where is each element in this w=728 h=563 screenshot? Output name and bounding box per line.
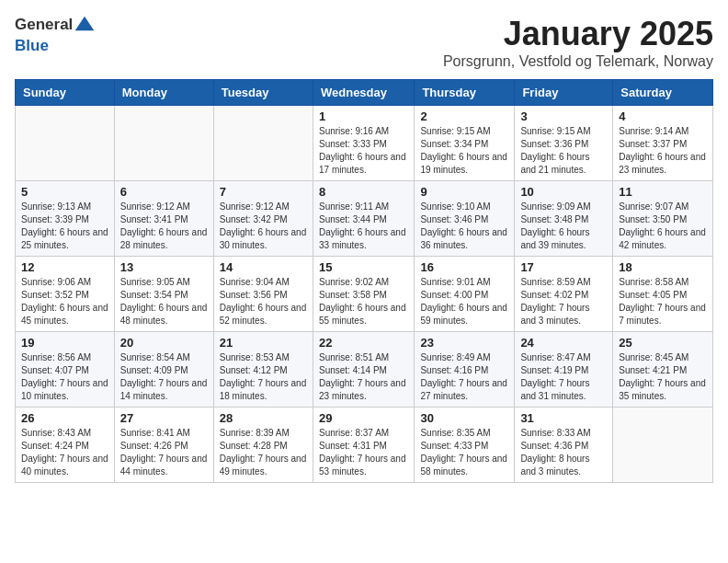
calendar-week-row: 26Sunrise: 8:43 AMSunset: 4:24 PMDayligh… [16, 408, 713, 483]
day-info: Sunrise: 8:45 AMSunset: 4:21 PMDaylight:… [619, 351, 707, 403]
calendar-cell: 17Sunrise: 8:59 AMSunset: 4:02 PMDayligh… [515, 257, 613, 332]
calendar-cell: 10Sunrise: 9:09 AMSunset: 3:48 PMDayligh… [515, 181, 613, 257]
calendar-cell: 1Sunrise: 9:16 AMSunset: 3:33 PMDaylight… [313, 106, 414, 181]
day-number: 31 [520, 411, 607, 425]
calendar-cell: 28Sunrise: 8:39 AMSunset: 4:28 PMDayligh… [213, 408, 313, 483]
svg-marker-0 [75, 17, 95, 30]
day-number: 23 [420, 336, 508, 350]
calendar-cell: 18Sunrise: 8:58 AMSunset: 4:05 PMDayligh… [613, 257, 713, 332]
logo-text: General Blue [15, 15, 97, 55]
day-info: Sunrise: 8:39 AMSunset: 4:28 PMDaylight:… [220, 427, 307, 478]
calendar-cell: 5Sunrise: 9:13 AMSunset: 3:39 PMDaylight… [16, 181, 115, 257]
calendar-cell: 30Sunrise: 8:35 AMSunset: 4:33 PMDayligh… [415, 408, 515, 483]
calendar-cell: 23Sunrise: 8:49 AMSunset: 4:16 PMDayligh… [415, 332, 515, 408]
calendar-cell: 13Sunrise: 9:05 AMSunset: 3:54 PMDayligh… [114, 257, 213, 332]
column-header-monday: Monday [114, 80, 213, 106]
day-number: 7 [220, 185, 307, 199]
day-info: Sunrise: 8:41 AMSunset: 4:26 PMDaylight:… [120, 427, 208, 478]
day-info: Sunrise: 8:59 AMSunset: 4:02 PMDaylight:… [520, 276, 607, 327]
day-info: Sunrise: 9:15 AMSunset: 3:36 PMDaylight:… [520, 125, 607, 177]
calendar-week-row: 1Sunrise: 9:16 AMSunset: 3:33 PMDaylight… [16, 106, 713, 181]
day-info: Sunrise: 9:04 AMSunset: 3:56 PMDaylight:… [220, 276, 307, 327]
day-number: 26 [21, 411, 108, 425]
day-info: Sunrise: 9:15 AMSunset: 3:34 PMDaylight:… [420, 125, 508, 177]
calendar-cell: 26Sunrise: 8:43 AMSunset: 4:24 PMDayligh… [16, 408, 115, 483]
day-number: 11 [619, 185, 707, 199]
day-number: 12 [21, 260, 108, 274]
day-number: 19 [21, 336, 108, 350]
calendar-week-row: 12Sunrise: 9:06 AMSunset: 3:52 PMDayligh… [16, 257, 713, 332]
calendar-cell [613, 408, 713, 483]
day-number: 24 [520, 336, 607, 350]
calendar-cell [213, 106, 313, 181]
column-header-sunday: Sunday [16, 80, 115, 106]
calendar-cell: 19Sunrise: 8:56 AMSunset: 4:07 PMDayligh… [16, 332, 115, 408]
logo-blue-text: Blue [15, 37, 49, 54]
day-info: Sunrise: 8:49 AMSunset: 4:16 PMDaylight:… [420, 351, 508, 403]
calendar-cell: 8Sunrise: 9:11 AMSunset: 3:44 PMDaylight… [313, 181, 414, 257]
column-header-friday: Friday [515, 80, 613, 106]
day-number: 28 [220, 411, 307, 425]
day-info: Sunrise: 9:11 AMSunset: 3:44 PMDaylight:… [319, 201, 408, 252]
calendar-cell: 11Sunrise: 9:07 AMSunset: 3:50 PMDayligh… [613, 181, 713, 257]
day-info: Sunrise: 8:58 AMSunset: 4:05 PMDaylight:… [619, 276, 707, 327]
day-number: 3 [520, 109, 607, 123]
day-number: 5 [21, 185, 108, 199]
day-number: 10 [520, 185, 607, 199]
day-number: 15 [319, 260, 408, 274]
calendar-cell: 27Sunrise: 8:41 AMSunset: 4:26 PMDayligh… [114, 408, 213, 483]
day-info: Sunrise: 8:51 AMSunset: 4:14 PMDaylight:… [319, 351, 408, 403]
day-number: 22 [319, 336, 408, 350]
day-number: 1 [319, 109, 408, 123]
day-info: Sunrise: 9:10 AMSunset: 3:46 PMDaylight:… [420, 201, 508, 252]
column-header-tuesday: Tuesday [213, 80, 313, 106]
day-info: Sunrise: 9:01 AMSunset: 4:00 PMDaylight:… [420, 276, 508, 327]
day-number: 14 [220, 260, 307, 274]
calendar-cell: 25Sunrise: 8:45 AMSunset: 4:21 PMDayligh… [613, 332, 713, 408]
day-number: 17 [520, 260, 607, 274]
day-number: 29 [319, 411, 408, 425]
calendar-cell: 21Sunrise: 8:53 AMSunset: 4:12 PMDayligh… [213, 332, 313, 408]
day-info: Sunrise: 8:35 AMSunset: 4:33 PMDaylight:… [420, 427, 508, 478]
calendar-cell: 29Sunrise: 8:37 AMSunset: 4:31 PMDayligh… [313, 408, 414, 483]
calendar-cell: 2Sunrise: 9:15 AMSunset: 3:34 PMDaylight… [415, 106, 515, 181]
calendar-cell: 7Sunrise: 9:12 AMSunset: 3:42 PMDaylight… [213, 181, 313, 257]
day-number: 8 [319, 185, 408, 199]
day-info: Sunrise: 8:43 AMSunset: 4:24 PMDaylight:… [21, 427, 108, 478]
day-info: Sunrise: 8:33 AMSunset: 4:36 PMDaylight:… [520, 427, 607, 478]
calendar-cell: 20Sunrise: 8:54 AMSunset: 4:09 PMDayligh… [114, 332, 213, 408]
day-number: 4 [619, 109, 707, 123]
calendar-cell: 4Sunrise: 9:14 AMSunset: 3:37 PMDaylight… [613, 106, 713, 181]
logo: General Blue [15, 15, 97, 55]
day-number: 9 [420, 185, 508, 199]
day-info: Sunrise: 9:09 AMSunset: 3:48 PMDaylight:… [520, 201, 607, 252]
column-header-wednesday: Wednesday [313, 80, 414, 106]
day-info: Sunrise: 9:14 AMSunset: 3:37 PMDaylight:… [619, 125, 707, 177]
day-info: Sunrise: 8:47 AMSunset: 4:19 PMDaylight:… [520, 351, 607, 403]
calendar-cell: 31Sunrise: 8:33 AMSunset: 4:36 PMDayligh… [515, 408, 613, 483]
calendar-table: SundayMondayTuesdayWednesdayThursdayFrid… [15, 79, 713, 483]
calendar-cell: 9Sunrise: 9:10 AMSunset: 3:46 PMDaylight… [415, 181, 515, 257]
day-number: 27 [120, 411, 208, 425]
calendar-cell: 24Sunrise: 8:47 AMSunset: 4:19 PMDayligh… [515, 332, 613, 408]
day-info: Sunrise: 9:05 AMSunset: 3:54 PMDaylight:… [120, 276, 208, 327]
calendar-cell: 12Sunrise: 9:06 AMSunset: 3:52 PMDayligh… [16, 257, 115, 332]
calendar-week-row: 19Sunrise: 8:56 AMSunset: 4:07 PMDayligh… [16, 332, 713, 408]
day-info: Sunrise: 8:56 AMSunset: 4:07 PMDaylight:… [21, 351, 108, 403]
day-number: 13 [120, 260, 208, 274]
calendar-cell: 15Sunrise: 9:02 AMSunset: 3:58 PMDayligh… [313, 257, 414, 332]
day-info: Sunrise: 8:54 AMSunset: 4:09 PMDaylight:… [120, 351, 208, 403]
day-number: 25 [619, 336, 707, 350]
column-header-thursday: Thursday [415, 80, 515, 106]
day-info: Sunrise: 8:53 AMSunset: 4:12 PMDaylight:… [220, 351, 307, 403]
day-info: Sunrise: 9:06 AMSunset: 3:52 PMDaylight:… [21, 276, 108, 327]
day-info: Sunrise: 9:16 AMSunset: 3:33 PMDaylight:… [319, 125, 408, 177]
calendar-cell: 16Sunrise: 9:01 AMSunset: 4:00 PMDayligh… [415, 257, 515, 332]
day-info: Sunrise: 8:37 AMSunset: 4:31 PMDaylight:… [319, 427, 408, 478]
day-info: Sunrise: 9:12 AMSunset: 3:42 PMDaylight:… [220, 201, 307, 252]
calendar-cell [114, 106, 213, 181]
calendar-header-row: SundayMondayTuesdayWednesdayThursdayFrid… [16, 80, 713, 106]
calendar-subtitle: Porsgrunn, Vestfold og Telemark, Norway [443, 53, 713, 70]
calendar-cell: 22Sunrise: 8:51 AMSunset: 4:14 PMDayligh… [313, 332, 414, 408]
day-number: 20 [120, 336, 208, 350]
